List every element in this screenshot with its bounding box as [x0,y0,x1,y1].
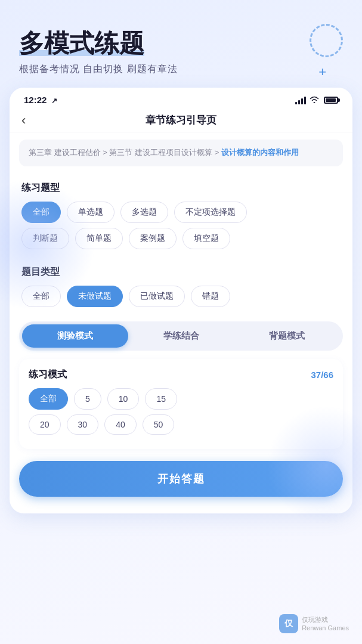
practice-opt-20[interactable]: 20 [29,414,61,435]
practice-count: 37/66 [311,370,333,380]
nav-arrow-icon: ↗ [51,97,57,105]
tag-fill[interactable]: 填空题 [182,228,230,249]
mode-tabs: 测验模式 学练结合 背题模式 [19,321,343,351]
back-button[interactable]: ‹ [21,113,26,128]
breadcrumb: 第三章 建设工程估价 > 第三节 建设工程项目设计概算 > 设计概算的内容和作用 [19,140,343,166]
practice-opt-30[interactable]: 30 [67,414,99,435]
tag-indefinite[interactable]: 不定项选择题 [174,202,247,223]
wifi-icon [310,95,319,105]
signal-icon [295,96,306,104]
mode-tab-learn[interactable]: 学练结合 [128,324,234,348]
deco-plus-icon: + [318,64,326,80]
watermark: 仅 仅玩游戏 Renwan Games [279,614,349,633]
status-bar: 12:22 ↗ [10,88,352,107]
main-title: 多模式练题 [19,29,144,58]
practice-options-row1: 全部 5 10 15 [29,388,333,410]
practice-opt-all[interactable]: 全部 [29,388,68,410]
nav-bar: ‹ 章节练习引导页 [10,107,352,132]
practice-opt-50[interactable]: 50 [143,414,175,435]
status-time: 12:22 ↗ [24,95,57,105]
practice-opt-10[interactable]: 10 [107,388,140,410]
practice-opt-15[interactable]: 15 [145,388,177,410]
sub-title: 根据备考情况 自由切换 刷题有章法 [19,63,343,76]
nav-title: 章节练习引导页 [146,113,216,127]
battery-icon [324,97,338,104]
watermark-badge: 仅 [279,614,298,633]
practice-opt-5[interactable]: 5 [74,388,101,410]
mode-tab-test[interactable]: 测验模式 [22,324,128,348]
cat-done[interactable]: 已做试题 [129,286,185,307]
tag-multi[interactable]: 多选题 [120,202,168,223]
tag-case[interactable]: 案例题 [129,228,177,249]
status-icons [295,95,338,105]
header-area: 多模式练题 根据备考情况 自由切换 刷题有章法 + [0,0,362,88]
cat-wrong[interactable]: 错题 [191,286,230,307]
breadcrumb-text: 第三章 建设工程估价 > 第三节 建设工程项目设计概算 > 设计概算的内容和作用 [29,147,333,159]
mode-tab-memorize[interactable]: 背题模式 [234,324,340,348]
practice-opt-40[interactable]: 40 [104,414,137,435]
practice-header: 练习模式 37/66 [29,369,333,381]
watermark-text: 仅玩游戏 Renwan Games [302,615,349,633]
deco-circle [310,24,343,57]
practice-title: 练习模式 [29,369,67,381]
breadcrumb-highlight: 设计概算的内容和作用 [221,148,299,157]
